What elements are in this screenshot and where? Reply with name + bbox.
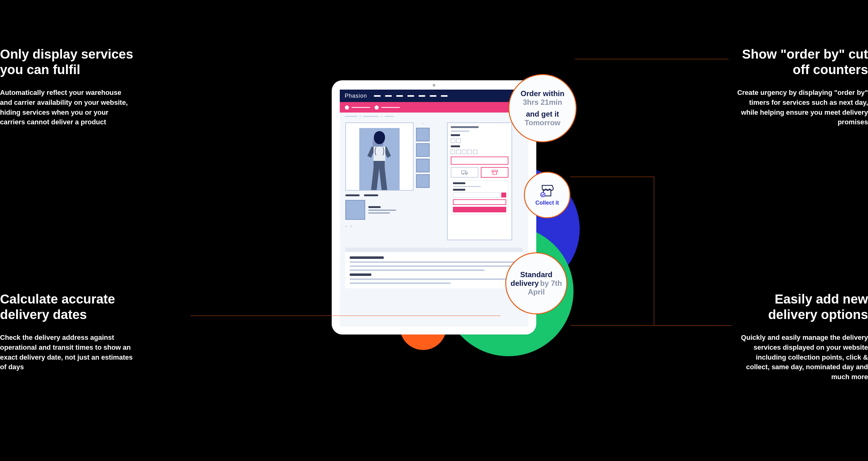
placeholder-line — [351, 107, 370, 108]
callout-text: April — [528, 288, 545, 296]
crumb-segment — [345, 116, 357, 117]
thumbnail — [416, 174, 430, 188]
feature-title: Calculate accurate delivery dates — [0, 291, 133, 323]
svg-point-3 — [466, 173, 467, 175]
chevron-icon: › — [381, 115, 382, 118]
model-illustration — [359, 128, 400, 190]
callout-text: Order within — [521, 89, 564, 98]
feature-add-options: Easily add new delivery options Quickly … — [735, 291, 868, 382]
svg-rect-4 — [493, 172, 497, 175]
crumb-segment — [363, 116, 378, 117]
checkout-button — [453, 199, 506, 205]
placeholder-line — [451, 134, 460, 136]
submit-button — [501, 192, 506, 197]
callout-text: by 7th — [540, 279, 562, 287]
callout-text: delivery — [510, 279, 539, 287]
product-layout: ⌃ — [340, 120, 528, 246]
nav-item — [385, 95, 392, 97]
promo-item — [374, 105, 400, 110]
connector-line — [654, 326, 732, 326]
size-option — [456, 150, 461, 154]
paragraph-line — [350, 269, 485, 271]
feature-title: Easily add new delivery options — [735, 291, 868, 323]
brand-logo: Phasion — [345, 93, 367, 99]
promo-bar — [340, 102, 528, 113]
section-bar — [345, 248, 523, 252]
paragraph-line — [350, 282, 451, 284]
placeholder-line — [368, 212, 390, 214]
chevron-up-icon: ⌃ — [422, 122, 424, 126]
store-icon — [491, 170, 498, 175]
thumbnail — [416, 159, 430, 173]
connector-box — [570, 177, 654, 326]
checkout-box — [451, 180, 508, 215]
placeholder-line — [453, 189, 465, 191]
purchase-panel — [447, 122, 512, 240]
callout-label: Collect it — [535, 199, 559, 206]
pentagon-icon — [374, 105, 379, 110]
swatch-row — [451, 139, 508, 143]
feature-desc: Quickly and easily manage the delivery s… — [735, 333, 868, 382]
center-illustration: Phasion › — [332, 80, 536, 335]
swatch — [451, 139, 455, 143]
nav-item — [407, 95, 414, 97]
callout-text: and get it — [526, 110, 559, 118]
placeholder-line — [381, 107, 400, 108]
size-option — [462, 150, 466, 154]
left-column: ⌃ — [345, 122, 441, 240]
feature-cutoff: Show "order by" cut off counters Create … — [735, 47, 868, 127]
product-gallery: ⌃ — [345, 122, 441, 191]
callout-collect: Collect it — [524, 172, 570, 218]
svg-point-2 — [463, 173, 464, 175]
placeholder-line — [453, 182, 465, 184]
chevron-icon: › — [360, 115, 361, 118]
description-block — [345, 248, 523, 288]
feature-calc-dates: Calculate accurate delivery dates Check … — [0, 291, 133, 372]
feature-desc: Automatically reflect your warehouse and… — [0, 88, 133, 127]
thumbnail — [416, 143, 430, 157]
delivery-option — [451, 167, 478, 178]
checkout-button-filled — [453, 207, 506, 212]
breadcrumb: › › — [340, 113, 528, 120]
placeholder-line — [453, 186, 481, 187]
tablet-camera — [433, 84, 435, 87]
size-option — [451, 150, 455, 154]
paragraph-line — [350, 262, 518, 263]
placeholder-line — [451, 130, 469, 132]
callout-text: Standard — [520, 270, 552, 279]
storefront-icon — [540, 184, 555, 198]
feature-desc: Check the delivery address against opera… — [0, 333, 133, 372]
input-field — [453, 192, 500, 197]
pentagon-icon — [345, 105, 349, 110]
site-topbar: Phasion — [340, 90, 528, 102]
section-heading — [350, 256, 384, 259]
delivery-option-selected — [481, 167, 508, 178]
swatch — [456, 139, 461, 143]
callout-standard-delivery: Standard delivery by 7th April — [505, 252, 567, 314]
tablet-mockup: Phasion › — [332, 80, 536, 335]
recommended-thumb — [345, 200, 365, 220]
placeholder-line — [368, 206, 381, 208]
nav-item — [441, 95, 447, 97]
callout-text: 3hrs 21min — [523, 98, 562, 106]
size-row — [451, 150, 508, 154]
nav-item — [374, 95, 381, 97]
nav-item — [396, 95, 403, 97]
section-heading — [350, 273, 371, 276]
recommended-item — [345, 200, 441, 220]
feature-title: Only display services you can fulfil — [0, 47, 133, 78]
nav-item — [430, 95, 436, 97]
feature-only-display: Only display services you can fulfil Aut… — [0, 47, 133, 127]
placeholder-line — [451, 145, 460, 147]
placeholder-line — [451, 126, 478, 128]
callout-countdown: Order within 3hrs 21min and get it Tomor… — [508, 74, 577, 142]
placeholder-line — [368, 210, 396, 211]
truck-icon — [461, 170, 468, 175]
placeholder-line — [345, 194, 360, 196]
add-to-bag-button — [451, 157, 508, 165]
thumbnail-strip: ⌃ — [416, 122, 430, 191]
tablet-screen: Phasion › — [340, 90, 528, 327]
placeholder-line — [364, 194, 378, 196]
nav-item — [418, 95, 425, 97]
size-option — [467, 150, 472, 154]
